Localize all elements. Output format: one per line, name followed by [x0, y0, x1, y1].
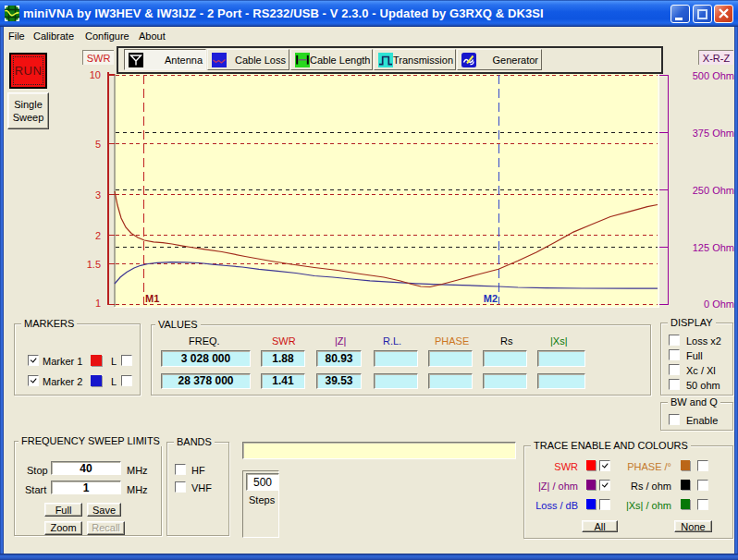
svg-text:10: 10: [90, 69, 101, 80]
svg-text:1: 1: [95, 298, 101, 309]
svg-text:2: 2: [95, 230, 101, 241]
svg-text:5: 5: [95, 139, 101, 150]
svg-text:125 Ohm: 125 Ohm: [693, 242, 734, 253]
svg-text:375 Ohm: 375 Ohm: [693, 128, 734, 139]
svg-text:1.5: 1.5: [87, 259, 101, 270]
svg-text:M1: M1: [145, 293, 159, 304]
svg-text:250 Ohm: 250 Ohm: [693, 185, 734, 196]
svg-text:500 Ohm: 500 Ohm: [693, 70, 734, 81]
svg-text:0 Ohm: 0 Ohm: [704, 298, 734, 310]
svg-text:M2: M2: [484, 293, 498, 304]
svg-text:3: 3: [95, 189, 101, 201]
